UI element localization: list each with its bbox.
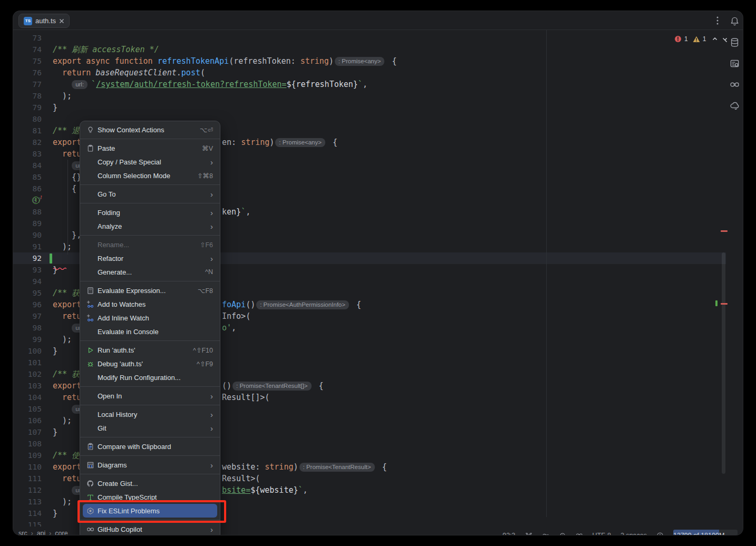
breadcrumb[interactable]: src›api›core <box>18 530 68 535</box>
eslint-status-icon-widget[interactable] <box>559 532 566 535</box>
menu-item-github-copilot[interactable]: GitHub Copilot <box>83 522 217 535</box>
caret-position[interactable]: 92:3 <box>502 532 515 535</box>
breadcrumb-item-core[interactable]: core <box>55 530 67 535</box>
line-number[interactable]: 109 <box>13 450 42 461</box>
line-number[interactable]: 88 <box>13 206 42 218</box>
code-line[interactable]: 73 <box>13 32 726 44</box>
memory-indicator[interactable]: 12799 of 18100M <box>673 530 738 535</box>
menu-item-run-auth-ts[interactable]: Run 'auth.ts'^⇧F10 <box>83 343 217 357</box>
line-number[interactable]: 92 <box>13 252 42 264</box>
menu-item-column-selection-mode[interactable]: Column Selection Mode⇧⌘8 <box>83 169 217 182</box>
line-number[interactable]: 103 <box>13 380 42 392</box>
line-number[interactable]: 79 <box>13 102 42 113</box>
menu-shortcut: ^N <box>205 268 213 276</box>
prettier-icon-widget[interactable] <box>542 532 549 535</box>
menu-item-add-to-watches[interactable]: Add to Watches <box>83 297 217 311</box>
copilot-icon[interactable] <box>730 80 740 90</box>
line-number[interactable]: 82 <box>13 136 42 148</box>
line-number[interactable]: 93 <box>13 264 42 276</box>
line-number[interactable]: 107 <box>13 426 42 438</box>
line-number[interactable]: 81 <box>13 125 42 136</box>
cloud-icon[interactable] <box>730 101 740 111</box>
line-number[interactable]: 114 <box>13 508 42 519</box>
bell-icon[interactable] <box>730 16 740 26</box>
menu-item-copy-paste-special[interactable]: Copy / Paste Special <box>83 155 217 169</box>
copilot-status-icon-widget[interactable] <box>576 532 583 535</box>
line-number[interactable]: 86 <box>13 183 42 194</box>
code-line[interactable]: 77 url:`/system/auth/refresh-token?refre… <box>13 79 726 90</box>
menu-item-refactor[interactable]: Refactor <box>83 251 217 265</box>
line-number[interactable]: 94 <box>13 276 42 287</box>
menu-item-generate[interactable]: Generate...^N <box>83 265 217 279</box>
menu-item-evaluate-in-console[interactable]: Evaluate in Console <box>83 325 217 338</box>
line-number[interactable]: 74 <box>13 44 42 55</box>
line-number[interactable]: 108 <box>13 438 42 450</box>
menu-item-compare-with-clipboard[interactable]: Compare with Clipboard <box>83 440 217 453</box>
menu-item-add-inline-watch[interactable]: Add Inline Watch <box>83 311 217 325</box>
code-line[interactable]: 79} <box>13 102 726 113</box>
indent[interactable]: 2 spaces <box>621 532 647 535</box>
menu-item-diagrams[interactable]: Diagrams <box>83 458 217 472</box>
menu-item-local-history[interactable]: Local History <box>83 407 217 421</box>
line-number[interactable]: 83 <box>13 148 42 160</box>
submenu-arrow-icon <box>210 222 213 230</box>
line-number[interactable]: 77 <box>13 79 42 90</box>
code-line[interactable]: 74/** 刷新 accessToken */ <box>13 44 726 55</box>
menu-item-folding[interactable]: Folding <box>83 206 217 219</box>
close-tab-icon[interactable] <box>59 18 64 24</box>
line-number[interactable]: 75 <box>13 55 42 67</box>
line-number[interactable]: 112 <box>13 484 42 496</box>
line-number[interactable]: 110 <box>13 461 42 473</box>
typescript-file-icon: TS <box>24 17 32 25</box>
menu-item-git[interactable]: Git <box>83 421 217 435</box>
line-number[interactable]: 84 <box>13 160 42 171</box>
line-number[interactable]: 111 <box>13 473 42 484</box>
line-number[interactable]: 101 <box>13 357 42 368</box>
breadcrumb-item-api[interactable]: api <box>37 530 46 535</box>
menu-item-paste[interactable]: Paste⌘V <box>83 141 217 155</box>
code-line[interactable]: 75export async function refreshTokenApi(… <box>13 55 726 67</box>
line-number[interactable]: 85 <box>13 171 42 183</box>
menu-item-open-in[interactable]: Open In <box>83 389 217 403</box>
breadcrumb-item-src[interactable]: src <box>18 530 27 535</box>
line-number[interactable]: 98 <box>13 322 42 334</box>
code-token: en: <box>222 138 241 147</box>
line-number[interactable]: 78 <box>13 90 42 102</box>
menu-item-go-to[interactable]: Go To <box>83 187 217 201</box>
line-number[interactable]: 73 <box>13 32 42 44</box>
line-number[interactable]: 102 <box>13 368 42 380</box>
line-number[interactable]: 104 <box>13 392 42 403</box>
endpoints-icon[interactable] <box>730 58 740 69</box>
line-number[interactable]: 97 <box>13 310 42 322</box>
database-icon[interactable] <box>730 37 740 47</box>
line-number[interactable]: 89 <box>13 218 42 229</box>
code-line[interactable]: 76 return baseRequestClient.post( <box>13 67 726 79</box>
more-options-icon[interactable] <box>713 15 722 26</box>
editor-scrollbar[interactable] <box>722 252 725 474</box>
line-number[interactable]: 100 <box>13 345 42 357</box>
line-number[interactable]: 106 <box>13 415 42 426</box>
line-number[interactable]: 91 <box>13 241 42 252</box>
code-line[interactable]: 78 ); <box>13 90 726 102</box>
menu-icon-placeholder <box>86 328 98 336</box>
line-number[interactable]: 96 <box>13 299 42 310</box>
intention-gutter-icon[interactable]: I↑ <box>32 197 40 204</box>
line-number[interactable]: 99 <box>13 334 42 345</box>
line-number[interactable]: 95 <box>13 287 42 299</box>
tab-auth-ts[interactable]: TS auth.ts <box>18 14 70 28</box>
menu-item-modify-run-configuration[interactable]: Modify Run Configuration... <box>83 370 217 384</box>
line-number[interactable]: 113 <box>13 496 42 508</box>
line-number[interactable]: 80 <box>13 113 42 125</box>
menu-item-create-gist[interactable]: Create Gist... <box>83 476 217 490</box>
vue-icon-widget[interactable] <box>525 532 532 535</box>
menu-item-show-context-actions[interactable]: Show Context Actions⌥⏎ <box>83 123 217 136</box>
encoding[interactable]: UTF-8 <box>593 532 611 535</box>
menu-item-evaluate-expression[interactable]: Evaluate Expression...⌥F8 <box>83 284 217 297</box>
warning-circle-icon-widget[interactable] <box>656 532 664 535</box>
code-token: ( <box>200 68 205 77</box>
line-number[interactable]: 76 <box>13 67 42 79</box>
menu-item-debug-auth-ts[interactable]: Debug 'auth.ts'^⇧F9 <box>83 357 217 370</box>
line-number[interactable]: 90 <box>13 229 42 241</box>
line-number[interactable]: 105 <box>13 403 42 415</box>
menu-item-analyze[interactable]: Analyze <box>83 219 217 233</box>
